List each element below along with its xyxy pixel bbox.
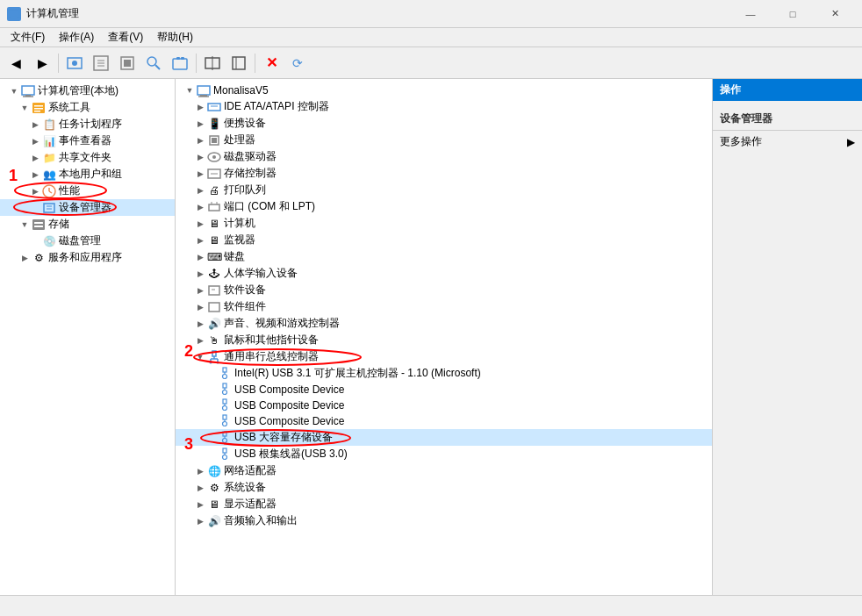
expand-sw-comp[interactable]: ▶ bbox=[193, 300, 207, 314]
center-sound[interactable]: ▶ 🔊 声音、视频和游戏控制器 bbox=[176, 315, 712, 332]
menu-action[interactable]: 操作(A) bbox=[52, 28, 101, 47]
expand-storagectl[interactable]: ▶ bbox=[193, 167, 207, 181]
expand-monitor[interactable]: ▶ bbox=[193, 233, 207, 247]
toolbar-btn-3[interactable] bbox=[115, 51, 140, 75]
sidebar-item-local-users[interactable]: ▶ 👥 本地用户和组 bbox=[0, 166, 175, 183]
sidebar-item-device-manager[interactable]: ▶ 设备管理器 bbox=[0, 199, 175, 216]
toolbar-btn-1[interactable] bbox=[62, 51, 87, 75]
center-intel-usb[interactable]: ▶ Intel(R) USB 3.1 可扩展主机控制器 - 1.10 (Micr… bbox=[176, 365, 712, 382]
sidebar-item-system-tools[interactable]: ▼ 系统工具 bbox=[0, 99, 175, 116]
expand-ports[interactable]: ▶ bbox=[193, 200, 207, 214]
svg-rect-52 bbox=[209, 286, 219, 295]
center-usb-composite-2[interactable]: ▶ USB Composite Device bbox=[176, 398, 712, 413]
expand-display[interactable]: ▶ bbox=[193, 498, 207, 512]
expand-system-tools[interactable]: ▼ bbox=[18, 101, 32, 115]
center-processor[interactable]: ▶ 处理器 bbox=[176, 132, 712, 148]
sidebar-item-services[interactable]: ▶ ⚙ 服务和应用程序 bbox=[0, 249, 175, 266]
expand-services[interactable]: ▶ bbox=[18, 251, 32, 265]
expand-users[interactable]: ▶ bbox=[28, 168, 42, 182]
center-usb-composite-1[interactable]: ▶ USB Composite Device bbox=[176, 382, 712, 398]
expand-ide[interactable]: ▶ bbox=[193, 100, 207, 114]
back-button[interactable]: ◀ bbox=[4, 51, 28, 75]
expand-audio[interactable]: ▶ bbox=[193, 514, 207, 528]
toolbar-btn-2[interactable] bbox=[89, 51, 113, 75]
right-panel-more-actions[interactable]: 更多操作 ▶ bbox=[713, 131, 862, 153]
expand-usb[interactable]: ▼ bbox=[193, 350, 207, 364]
left-panel: ▼ 计算机管理(本地) ▼ bbox=[0, 79, 176, 595]
center-usb-composite-3[interactable]: ▶ USB Composite Device bbox=[176, 413, 712, 429]
center-portable[interactable]: ▶ 📱 便携设备 bbox=[176, 115, 712, 132]
expand-proc[interactable]: ▶ bbox=[193, 133, 207, 147]
tree-root[interactable]: ▼ 计算机管理(本地) bbox=[0, 82, 175, 99]
center-sw-comp[interactable]: ▶ 软件组件 bbox=[176, 298, 712, 315]
center-sw-dev[interactable]: ▶ 软件设备 bbox=[176, 282, 712, 298]
menu-file[interactable]: 文件(F) bbox=[4, 28, 52, 47]
center-sysdev[interactable]: ▶ ⚙ 系统设备 bbox=[176, 479, 712, 496]
expand-network[interactable]: ▶ bbox=[193, 464, 207, 478]
sidebar-item-performance[interactable]: ▶ 性能 bbox=[0, 183, 175, 199]
expand-hid[interactable]: ▶ bbox=[193, 267, 207, 281]
center-hid[interactable]: ▶ 🕹 人体学输入设备 bbox=[176, 265, 712, 282]
center-print[interactable]: ▶ 🖨 打印队列 bbox=[176, 182, 712, 198]
usb-comp3-label: USB Composite Device bbox=[234, 415, 344, 427]
expand-storage[interactable]: ▼ bbox=[18, 218, 32, 232]
center-ports[interactable]: ▶ 端口 (COM 和 LPT) bbox=[176, 198, 712, 215]
svg-rect-36 bbox=[34, 222, 43, 224]
expand-mouse[interactable]: ▶ bbox=[193, 333, 207, 347]
sidebar-item-task-scheduler[interactable]: ▶ 📋 任务计划程序 bbox=[0, 116, 175, 133]
sidebar-item-event-viewer[interactable]: ▶ 📊 事件查看器 bbox=[0, 133, 175, 149]
toolbar-btn-refresh[interactable]: ⟳ bbox=[285, 51, 310, 75]
expand-task[interactable]: ▶ bbox=[28, 118, 42, 132]
center-keyboard[interactable]: ▶ ⌨ 键盘 bbox=[176, 248, 712, 265]
expand-shared[interactable]: ▶ bbox=[28, 151, 42, 165]
center-storagectl[interactable]: ▶ 存储控制器 bbox=[176, 165, 712, 182]
sidebar-item-shared-folders[interactable]: ▶ 📁 共享文件夹 bbox=[0, 149, 175, 166]
expand-event[interactable]: ▶ bbox=[28, 134, 42, 148]
expand-sound[interactable]: ▶ bbox=[193, 317, 207, 331]
expand-diskdrives[interactable]: ▶ bbox=[193, 150, 207, 164]
center-usb-mass-storage[interactable]: ▶ USB 大容量存储设备 bbox=[176, 429, 712, 446]
center-monitor[interactable]: ▶ 🖥 监视器 bbox=[176, 232, 712, 248]
expand-print[interactable]: ▶ bbox=[193, 183, 207, 197]
expand-sw-dev[interactable]: ▶ bbox=[193, 283, 207, 297]
expand-root[interactable]: ▼ bbox=[7, 84, 21, 98]
center-diskdrives[interactable]: ▶ 磁盘驱动器 bbox=[176, 148, 712, 165]
toolbar-btn-4[interactable] bbox=[141, 51, 166, 75]
perf-icon bbox=[42, 184, 56, 198]
center-audio[interactable]: ▶ 🔊 音频输入和输出 bbox=[176, 512, 712, 529]
toolbar-btn-5[interactable] bbox=[168, 51, 192, 75]
center-usb[interactable]: ▼ 通用串行总线控制器 bbox=[176, 348, 712, 365]
expand-portable[interactable]: ▶ bbox=[193, 117, 207, 131]
more-actions-arrow: ▶ bbox=[847, 136, 855, 148]
center-mouse[interactable]: ▶ 🖱 鼠标和其他指针设备 bbox=[176, 332, 712, 348]
sidebar-item-disk-mgmt[interactable]: ▶ 💿 磁盘管理 bbox=[0, 233, 175, 249]
center-display[interactable]: ▶ 🖥 显示适配器 bbox=[176, 496, 712, 512]
forward-button[interactable]: ▶ bbox=[30, 51, 54, 75]
toolbar-btn-red-x[interactable]: ✕ bbox=[259, 51, 284, 75]
portable-label: 便携设备 bbox=[224, 116, 266, 131]
center-computer[interactable]: ▶ 🖥 计算机 bbox=[176, 215, 712, 232]
separator-1 bbox=[58, 54, 59, 73]
expand-perf[interactable]: ▶ bbox=[28, 184, 42, 198]
mouse-label: 鼠标和其他指针设备 bbox=[224, 333, 319, 347]
center-ide[interactable]: ▶ IDE ATA/ATAPI 控制器 bbox=[176, 98, 712, 115]
center-usb-hub[interactable]: ▶ USB 根集线器(USB 3.0) bbox=[176, 446, 712, 462]
minimize-button[interactable]: — bbox=[730, 0, 771, 28]
toolbar: ◀ ▶ bbox=[0, 47, 862, 79]
svg-rect-25 bbox=[34, 108, 43, 110]
expand-computer[interactable]: ▶ bbox=[193, 217, 207, 231]
toolbar-btn-6[interactable] bbox=[200, 51, 225, 75]
menu-view[interactable]: 查看(V) bbox=[101, 28, 150, 47]
expand-sysdev[interactable]: ▶ bbox=[193, 481, 207, 495]
tree-center-root[interactable]: ▼ MonalisaV5 bbox=[176, 82, 712, 98]
maximize-button[interactable]: □ bbox=[772, 0, 813, 28]
expand-center-root[interactable]: ▼ bbox=[183, 83, 197, 97]
sidebar-item-storage[interactable]: ▼ 存储 bbox=[0, 216, 175, 233]
center-network[interactable]: ▶ 🌐 网络适配器 bbox=[176, 462, 712, 479]
usb-comp1-label: USB Composite Device bbox=[234, 383, 344, 396]
menu-help[interactable]: 帮助(H) bbox=[150, 28, 200, 47]
hid-label: 人体学输入设备 bbox=[224, 266, 298, 281]
close-button[interactable]: ✕ bbox=[815, 0, 855, 28]
expand-keyboard[interactable]: ▶ bbox=[193, 250, 207, 264]
toolbar-btn-7[interactable] bbox=[226, 51, 251, 75]
